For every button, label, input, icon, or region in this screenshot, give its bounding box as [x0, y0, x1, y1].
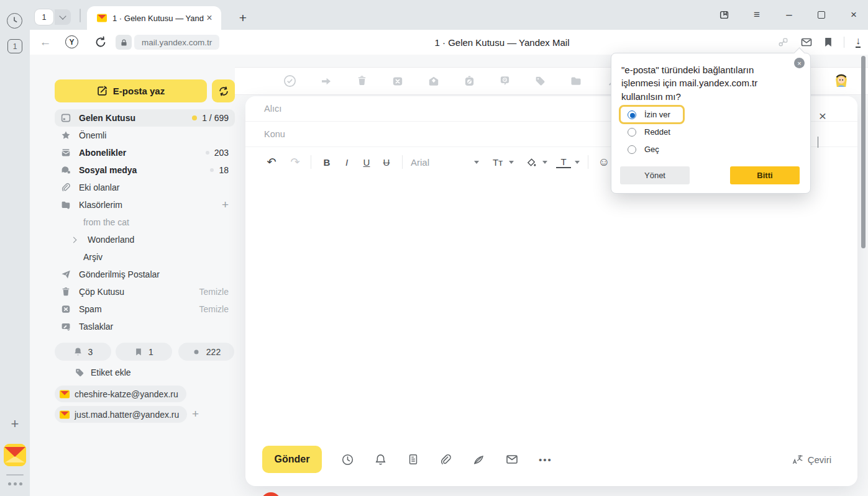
folder-trash[interactable]: Çöp Kutusu Temizle [55, 283, 235, 300]
text-color-caret-icon[interactable] [575, 161, 580, 164]
folder-inbox[interactable]: Gelen Kutusu 1 / 699 [55, 109, 235, 127]
label-icon[interactable] [534, 75, 546, 87]
schedule-send-icon[interactable] [341, 453, 354, 466]
radio-skip[interactable] [628, 145, 636, 154]
font-family-select[interactable]: Arial [411, 154, 470, 170]
signature-icon[interactable] [472, 453, 485, 466]
underline-button[interactable]: U [359, 154, 374, 170]
url-field[interactable]: mail.yandex.com.tr [134, 35, 219, 50]
minimize-button[interactable]: – [781, 7, 797, 23]
folder-from-the-cat[interactable]: from the cat [55, 214, 235, 231]
bookmark-icon[interactable] [824, 37, 833, 47]
add-tag-button[interactable]: Etiket ekle [75, 367, 131, 377]
done-button[interactable]: Bitti [730, 166, 800, 184]
folder-label: Eki olanlar [79, 183, 229, 192]
empty-trash-action[interactable]: Temizle [199, 287, 229, 297]
folder-my-folders[interactable]: Klasörlerim + [55, 196, 235, 214]
add-account-icon[interactable]: + [192, 407, 199, 421]
redo-icon[interactable]: ↷ [288, 154, 303, 170]
radio-deny[interactable] [628, 128, 636, 137]
new-tab-button[interactable]: + [235, 10, 251, 26]
folder-drafts[interactable]: Taslaklar [55, 318, 235, 335]
back-icon[interactable]: ← [39, 35, 52, 49]
folder-subscriptions[interactable]: Abonelikler 203 [55, 144, 235, 161]
tab-group-badge[interactable]: 1 [35, 9, 53, 25]
history-icon[interactable] [7, 13, 22, 29]
forward-icon[interactable] [320, 75, 332, 88]
folder-label: Gelen Kutusu [79, 113, 192, 123]
move-folder-icon[interactable] [570, 75, 582, 88]
font-size-select[interactable]: Tт [490, 154, 505, 170]
template-icon[interactable] [407, 453, 419, 466]
italic-button[interactable]: I [339, 154, 354, 170]
tab-close-icon[interactable]: × [204, 12, 215, 24]
folder-spam[interactable]: Spam Temizle [55, 300, 235, 318]
radio-allow[interactable] [628, 110, 636, 119]
menu-icon[interactable]: ≡ [749, 7, 765, 23]
bold-button[interactable]: B [319, 154, 334, 170]
yandex-mail-app-icon[interactable] [4, 444, 26, 466]
send-plane-icon [61, 269, 71, 279]
close-compose-icon[interactable]: × [816, 109, 829, 123]
collapse-compose-icon[interactable] [818, 137, 818, 148]
snooze-icon[interactable] [464, 75, 475, 87]
folder-important[interactable]: Önemli [55, 127, 235, 144]
attach-icon[interactable] [439, 453, 452, 466]
empty-spam-action[interactable]: Temizle [199, 304, 229, 314]
remind-icon[interactable] [499, 75, 511, 87]
close-window-button[interactable]: × [846, 7, 862, 23]
text-color-button[interactable]: T [556, 156, 571, 168]
reminders-pill[interactable]: 3 [55, 343, 111, 361]
share-icon[interactable] [777, 37, 789, 48]
option-skip[interactable]: Geç [628, 145, 659, 154]
tab-counter-button[interactable]: 1 [7, 39, 22, 53]
user-avatar[interactable] [832, 71, 851, 90]
select-all-icon[interactable] [283, 74, 296, 88]
message-body-field[interactable] [245, 177, 857, 438]
spam-icon[interactable] [391, 75, 404, 88]
emoji-icon[interactable]: ☺ [596, 154, 611, 170]
envelope-icon[interactable] [505, 453, 519, 466]
folder-sent[interactable]: Gönderilmiş Postalar [55, 266, 235, 283]
folder-archive[interactable]: Arşiv [55, 248, 235, 266]
expand-chevron-icon[interactable] [71, 237, 77, 243]
lock-icon[interactable] [116, 35, 132, 50]
manage-button[interactable]: Yönet [620, 166, 690, 184]
unread-pill[interactable]: 222 [178, 343, 234, 361]
rail-add-icon[interactable]: + [7, 417, 22, 431]
add-folder-icon[interactable]: + [222, 198, 229, 212]
reload-icon[interactable] [94, 35, 107, 49]
scrollbar-thumb[interactable] [861, 56, 866, 248]
tab-group-chevron-icon[interactable] [55, 9, 71, 25]
folder-attachments[interactable]: Eki olanlar [55, 179, 235, 196]
account-cheshire[interactable]: cheshire-katze@yandex.ru [55, 386, 186, 402]
active-tab[interactable]: 1 · Gelen Kutusu — Yand × [87, 6, 221, 30]
font-family-caret-icon[interactable] [474, 161, 479, 164]
notify-icon[interactable] [374, 453, 387, 466]
strikethrough-button[interactable]: U [379, 154, 394, 170]
compose-button[interactable]: E-posta yaz [55, 79, 207, 102]
mail-refresh-button[interactable] [212, 79, 235, 102]
bookmarks-pill[interactable]: 1 [116, 343, 172, 361]
maximize-button[interactable] [813, 7, 829, 23]
delete-icon[interactable] [356, 75, 368, 87]
side-panel-icon[interactable] [716, 7, 733, 23]
option-deny[interactable]: Reddet [628, 127, 670, 137]
folder-wonderland[interactable]: Wonderland [55, 231, 235, 248]
rail-more-icon[interactable] [6, 482, 24, 485]
mail-handler-icon[interactable] [800, 36, 813, 48]
option-allow[interactable]: İzin ver [628, 110, 670, 119]
download-icon[interactable]: ↓ [856, 37, 861, 48]
undo-icon[interactable]: ↶ [264, 154, 279, 170]
read-icon[interactable] [427, 75, 440, 88]
more-options-icon[interactable]: ••• [539, 454, 552, 465]
send-button[interactable]: Gönder [262, 446, 322, 473]
font-size-caret-icon[interactable] [509, 161, 514, 164]
popup-close-icon[interactable]: × [794, 58, 805, 68]
yandex-button[interactable]: Y [65, 35, 78, 48]
translate-button[interactable]: Çeviri [792, 454, 831, 465]
folder-social[interactable]: Sosyal medya 18 [55, 161, 235, 179]
account-hatter[interactable]: just.mad.hatter@yandex.ru [55, 406, 187, 423]
highlight-color-icon[interactable] [524, 154, 539, 170]
highlight-caret-icon[interactable] [542, 161, 547, 164]
